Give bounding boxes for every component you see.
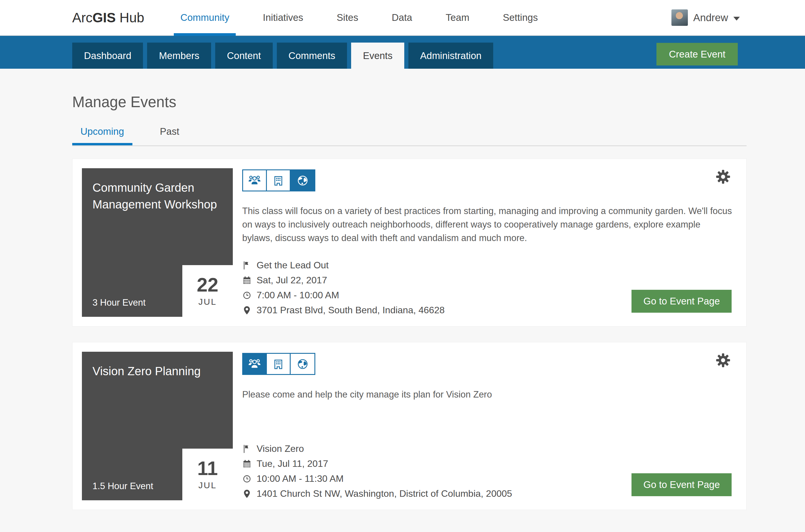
- event-time: 10:00 AM - 11:30 AM: [256, 473, 344, 484]
- page-title: Manage Events: [72, 93, 747, 111]
- create-event-button[interactable]: Create Event: [656, 43, 738, 65]
- event-duration: 1.5 Hour Event: [93, 481, 153, 492]
- tab-content[interactable]: Content: [215, 42, 273, 69]
- go-to-event-page-button[interactable]: Go to Event Page: [632, 473, 732, 496]
- people-icon[interactable]: [243, 354, 267, 374]
- tab-past[interactable]: Past: [152, 126, 188, 145]
- user-name: Andrew: [693, 12, 728, 23]
- event-content: This class will focus on a variety of be…: [233, 168, 737, 317]
- event-date-day: 11: [197, 459, 218, 478]
- top-nav: Community Initiatives Sites Data Team Se…: [164, 0, 554, 35]
- nav-item-community[interactable]: Community: [180, 0, 229, 35]
- clock-icon: [242, 474, 252, 483]
- event-date: Tue, Jul 11, 2017: [256, 458, 328, 469]
- nav-item-team[interactable]: Team: [446, 0, 469, 35]
- flag-icon: [242, 261, 252, 270]
- avatar: [671, 10, 688, 26]
- main-content: Manage Events Upcoming Past Community Ga…: [72, 93, 747, 510]
- event-description: Please come and help the city manage its…: [242, 388, 732, 401]
- nav-item-initiatives[interactable]: Initiatives: [263, 0, 303, 35]
- go-to-event-page-button[interactable]: Go to Event Page: [632, 290, 732, 313]
- calendar-icon: [242, 276, 252, 285]
- tab-events[interactable]: Events: [351, 42, 404, 69]
- app-header: ArcGIS Hub Community Initiatives Sites D…: [0, 0, 805, 36]
- caret-down-icon: [733, 17, 740, 21]
- event-date: Sat, Jul 22, 2017: [256, 275, 327, 286]
- date-row: Tue, Jul 11, 2017: [242, 458, 737, 469]
- nav-item-data[interactable]: Data: [391, 0, 412, 35]
- gear-icon[interactable]: [715, 169, 731, 186]
- share-options-group: [242, 353, 315, 375]
- user-menu[interactable]: Andrew: [671, 10, 740, 26]
- date-row: Sat, Jul 22, 2017: [242, 275, 737, 286]
- community-toolbar: Dashboard Members Content Comments Event…: [0, 36, 805, 69]
- event-date-box: 11 JUL: [182, 449, 233, 500]
- logo-arc: Arc: [72, 10, 93, 25]
- event-duration: 3 Hour Event: [93, 298, 146, 308]
- location-pin-icon: [242, 306, 252, 315]
- gear-icon[interactable]: [715, 352, 731, 369]
- share-options-group: [242, 169, 315, 191]
- event-card: Community Garden Management Workshop 3 H…: [72, 158, 747, 326]
- event-tile: Vision Zero Planning 1.5 Hour Event 11 J…: [82, 352, 233, 500]
- event-card: Vision Zero Planning 1.5 Hour Event 11 J…: [72, 342, 747, 510]
- clock-icon: [242, 291, 252, 300]
- event-title: Community Garden Management Workshop: [93, 179, 222, 213]
- flag-icon: [242, 444, 252, 454]
- tab-members[interactable]: Members: [147, 42, 211, 69]
- organization-icon[interactable]: [267, 170, 291, 191]
- organization-icon[interactable]: [267, 354, 291, 374]
- event-date-box: 22 JUL: [182, 265, 233, 317]
- tab-comments[interactable]: Comments: [277, 42, 347, 69]
- initiative-name: Vision Zero: [256, 443, 304, 454]
- globe-icon[interactable]: [291, 354, 314, 374]
- event-time: 7:00 AM - 10:00 AM: [256, 290, 339, 301]
- event-location: 3701 Prast Blvd, South Bend, Indiana, 46…: [256, 305, 444, 316]
- globe-icon[interactable]: [291, 170, 314, 191]
- location-pin-icon: [242, 489, 252, 498]
- event-date-day: 22: [197, 275, 218, 294]
- event-description: This class will focus on a variety of be…: [242, 204, 732, 245]
- calendar-icon: [242, 459, 252, 469]
- tab-upcoming[interactable]: Upcoming: [72, 126, 132, 145]
- initiative-row: Vision Zero: [242, 443, 737, 454]
- toolbar-tabs: Dashboard Members Content Comments Event…: [72, 42, 493, 69]
- nav-item-sites[interactable]: Sites: [337, 0, 358, 35]
- nav-item-settings[interactable]: Settings: [503, 0, 538, 35]
- logo-gis: GIS: [93, 10, 116, 25]
- tab-administration[interactable]: Administration: [408, 42, 493, 69]
- people-icon[interactable]: [243, 170, 267, 191]
- initiative-name: Get the Lead Out: [256, 260, 329, 271]
- event-date-month: JUL: [198, 480, 217, 490]
- initiative-row: Get the Lead Out: [242, 260, 737, 271]
- event-date-month: JUL: [198, 297, 217, 307]
- event-title: Vision Zero Planning: [93, 363, 222, 380]
- event-location: 1401 Church St NW, Washington, District …: [256, 488, 512, 499]
- event-tile: Community Garden Management Workshop 3 H…: [82, 168, 233, 317]
- arcgis-hub-logo: ArcGIS Hub: [72, 10, 144, 25]
- logo-hub: Hub: [116, 10, 144, 25]
- tab-dashboard[interactable]: Dashboard: [72, 42, 143, 69]
- event-content: Please come and help the city manage its…: [233, 352, 737, 500]
- view-tabs: Upcoming Past: [72, 126, 747, 146]
